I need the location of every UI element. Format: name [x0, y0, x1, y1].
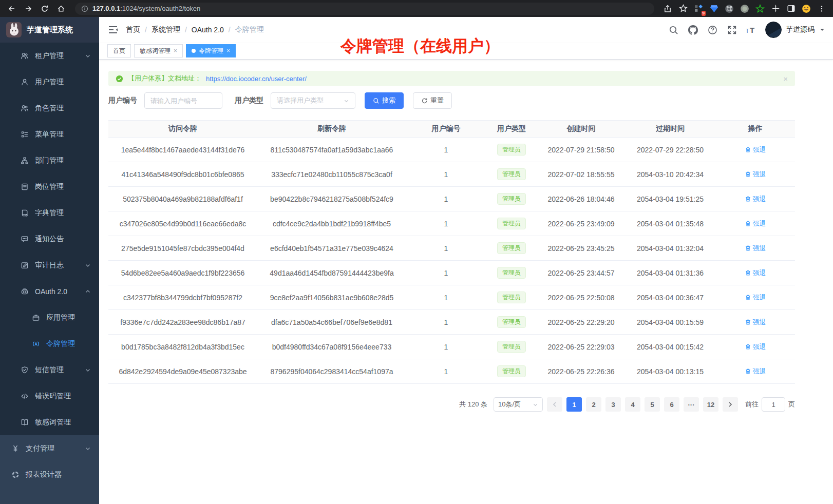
sidebar-item-角色管理[interactable]: 角色管理: [0, 95, 99, 121]
page-button-3[interactable]: 3: [605, 397, 621, 412]
collapse-sidebar-icon[interactable]: [107, 24, 119, 35]
app-logo-row[interactable]: 芋道管理系统: [0, 17, 99, 43]
breadcrumb-item[interactable]: OAuth 2.0: [192, 26, 224, 34]
user-type-select[interactable]: 请选择用户类型: [271, 92, 355, 109]
browser-menu-icon[interactable]: [816, 3, 828, 15]
extension-command-icon[interactable]: [723, 3, 735, 15]
tab-首页[interactable]: 首页: [107, 44, 131, 57]
force-logout-button[interactable]: 强退: [745, 145, 766, 154]
sidebar-item-应用管理[interactable]: 应用管理: [0, 304, 99, 331]
table-row: 1ea5e44f8bc1467aaede43144f31de76811c5304…: [108, 138, 795, 162]
browser-back-icon[interactable]: [5, 2, 18, 15]
force-logout-button[interactable]: 强退: [745, 195, 766, 204]
tab-令牌管理[interactable]: 令牌管理×: [186, 44, 236, 57]
sidebar-item-label: 支付管理: [26, 444, 54, 453]
sidebar-item-报表设计器[interactable]: 报表设计器: [0, 461, 99, 488]
sidebar-item-部门管理[interactable]: 部门管理: [0, 147, 99, 173]
sidebar-item-敏感词管理[interactable]: 敏感词管理: [0, 409, 99, 435]
sidebar-item-label: 应用管理: [46, 313, 75, 322]
tab-close-icon[interactable]: ×: [226, 47, 230, 54]
browser-home-icon[interactable]: [54, 2, 68, 15]
cell-user-id: 1: [406, 343, 486, 351]
sidebar-item-租户管理[interactable]: 租户管理: [0, 43, 99, 69]
tab-label: 令牌管理: [199, 47, 223, 55]
user-id-input[interactable]: [144, 92, 222, 109]
sidebar-item-错误码管理[interactable]: 错误码管理: [0, 383, 99, 409]
page-button-4[interactable]: 4: [625, 397, 640, 412]
extension-green-star-icon[interactable]: [754, 3, 766, 15]
browser-reload-icon[interactable]: [38, 2, 51, 15]
search-icon[interactable]: [668, 24, 679, 35]
sidebar-item-菜单管理[interactable]: 菜单管理: [0, 121, 99, 147]
sidebar-item-审计日志[interactable]: 审计日志: [0, 252, 99, 278]
side-panel-icon[interactable]: [785, 3, 797, 15]
user-menu[interactable]: 芋道源码: [765, 22, 825, 38]
cell-user-type: 管理员: [486, 292, 537, 303]
sidebar-item-短信管理[interactable]: 短信管理: [0, 357, 99, 383]
tab-敏感词管理[interactable]: 敏感词管理×: [134, 44, 183, 57]
doc-link[interactable]: https://doc.iocoder.cn/user-center/: [206, 75, 307, 83]
user-type-badge: 管理员: [497, 218, 526, 229]
force-logout-button[interactable]: 强退: [745, 318, 766, 327]
search-button[interactable]: 搜索: [365, 92, 404, 109]
sidebar-item-字典管理[interactable]: 字典管理: [0, 200, 99, 226]
page-size-select[interactable]: 10条/页: [494, 397, 543, 412]
tab-close-icon[interactable]: ×: [174, 47, 177, 54]
breadcrumb-item[interactable]: 系统管理: [152, 25, 180, 34]
cell-user-type: 管理员: [486, 341, 537, 353]
page-button-5[interactable]: 5: [645, 397, 660, 412]
fullscreen-icon[interactable]: [726, 24, 737, 35]
sidebar-item-用户管理[interactable]: 用户管理: [0, 69, 99, 95]
page-button-1[interactable]: 1: [566, 397, 582, 412]
force-logout-button[interactable]: 强退: [745, 367, 766, 376]
url-text: 127.0.0.1:1024/system/oauth2/token: [92, 5, 200, 12]
page-button-2[interactable]: 2: [586, 397, 601, 412]
cell-user-type: 管理员: [486, 168, 537, 180]
trash-icon: [745, 294, 751, 301]
extension-blocks-icon[interactable]: 9: [692, 3, 705, 15]
force-logout-button[interactable]: 强退: [745, 244, 766, 253]
force-logout-button[interactable]: 强退: [745, 268, 766, 278]
bookmark-star-icon[interactable]: [677, 3, 689, 15]
cell-user-id: 1: [406, 195, 486, 203]
force-logout-button[interactable]: 强退: [745, 219, 766, 228]
extension-gem-icon[interactable]: [708, 3, 720, 15]
alert-close-icon[interactable]: ×: [783, 74, 788, 83]
force-logout-button[interactable]: 强退: [745, 342, 766, 352]
sidebar-item-令牌管理[interactable]: 令牌管理: [0, 331, 99, 357]
user-icon: [21, 78, 29, 86]
prev-page-button[interactable]: [547, 397, 562, 412]
help-icon[interactable]: [707, 24, 718, 35]
page-button-12[interactable]: 12: [703, 397, 718, 412]
goto-page-input[interactable]: [762, 397, 785, 412]
sidebar-item-label: 短信管理: [35, 365, 64, 375]
share-icon[interactable]: [661, 3, 674, 15]
breadcrumb-item[interactable]: 首页: [126, 25, 140, 34]
browser-forward-icon[interactable]: [22, 2, 35, 15]
tab-label: 首页: [113, 47, 125, 55]
extension-circle-icon[interactable]: [739, 3, 751, 15]
extension-pinwheel-icon[interactable]: [769, 3, 782, 15]
next-page-button[interactable]: [723, 397, 738, 412]
sidebar-item-label: 令牌管理: [46, 339, 75, 348]
app-logo: [6, 22, 22, 37]
sidebar-item-支付管理[interactable]: 支付管理: [0, 435, 99, 461]
sidebar-item-通知公告[interactable]: 通知公告: [0, 226, 99, 252]
tenant-users-icon: [21, 52, 29, 60]
column-header-用户编号: 用户编号: [406, 124, 486, 133]
github-icon[interactable]: [687, 24, 698, 35]
reset-button[interactable]: 重置: [413, 92, 452, 109]
force-logout-button[interactable]: 强退: [745, 170, 766, 179]
cell-created-at: 2022-07-29 21:58:50: [537, 146, 625, 154]
force-logout-button[interactable]: 强退: [745, 293, 766, 302]
sidebar-item-OAuth 2.0[interactable]: OAuth 2.0: [0, 278, 99, 304]
username: 芋道源码: [786, 25, 815, 34]
font-size-icon[interactable]: TT: [746, 24, 757, 35]
breadcrumb-separator: /: [185, 26, 187, 34]
address-bar[interactable]: 127.0.0.1:1024/system/oauth2/token: [75, 3, 654, 15]
more-pages-button[interactable]: ···: [684, 397, 699, 412]
sidebar-item-岗位管理[interactable]: 岗位管理: [0, 173, 99, 200]
emoji-extension-icon[interactable]: [800, 3, 812, 15]
page-button-6[interactable]: 6: [664, 397, 679, 412]
site-info-icon[interactable]: [81, 5, 88, 12]
